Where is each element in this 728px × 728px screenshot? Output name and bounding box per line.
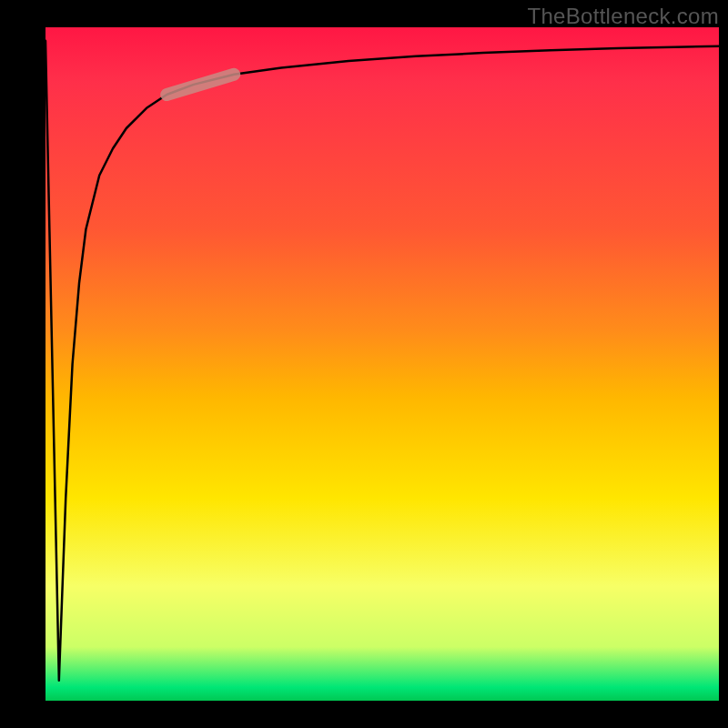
- chart-container: TheBottleneck.com: [0, 0, 728, 728]
- bottleneck-curve: [46, 41, 719, 681]
- curve-layer: [46, 27, 719, 701]
- plot-area: [46, 27, 719, 701]
- highlight-segment: [167, 75, 234, 95]
- watermark-text: TheBottleneck.com: [527, 4, 719, 29]
